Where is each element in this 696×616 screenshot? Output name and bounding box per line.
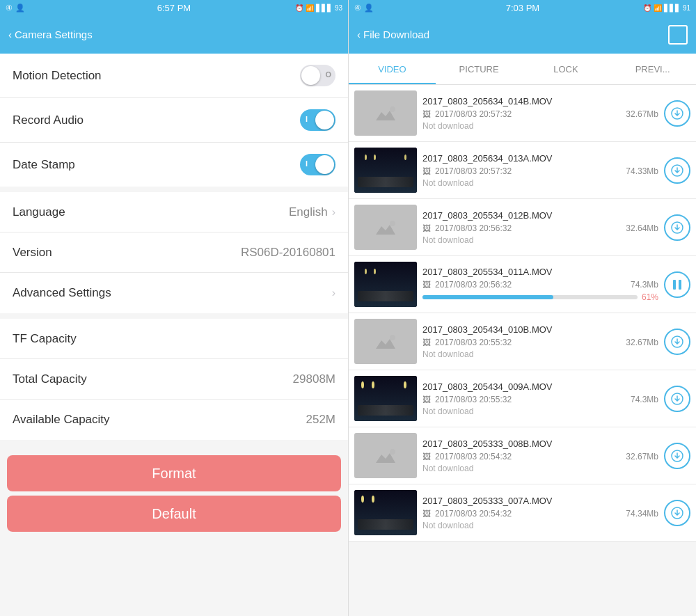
person-icon: 👤 bbox=[15, 3, 25, 13]
progress-row-4: 61% bbox=[422, 292, 658, 302]
wifi-icon-right: 📶 bbox=[654, 4, 662, 12]
motion-detection-row: Motion Detection O bbox=[0, 54, 348, 98]
wifi-icon: 📶 bbox=[306, 4, 314, 12]
file-date-4: 2017/08/03 20:56:32 bbox=[435, 280, 512, 290]
download-button-1[interactable] bbox=[664, 100, 690, 127]
file-size-3: 32.64Mb bbox=[626, 223, 658, 233]
list-item: 2017_0803_205634_014B.MOV 🖼 2017/08/03 2… bbox=[349, 85, 696, 142]
file-thumbnail-1 bbox=[354, 90, 417, 136]
camera-icon-2: 🖼 bbox=[422, 166, 431, 176]
date-stamp-toggle[interactable]: I bbox=[300, 154, 335, 175]
signal-icon-right: ▋▋▋ bbox=[664, 4, 681, 12]
battery-label-right: 91 bbox=[683, 4, 690, 12]
file-date-5: 2017/08/03 20:55:32 bbox=[435, 338, 512, 347]
file-size-5: 32.67Mb bbox=[626, 338, 658, 347]
available-capacity-label: Available Capacity bbox=[13, 413, 110, 427]
status-right-icons-left: ⏰ 📶 ▋▋▋ 93 bbox=[295, 4, 342, 12]
camera-icon-7: 🖼 bbox=[422, 452, 431, 461]
download-button-7[interactable] bbox=[664, 443, 690, 469]
file-date-6: 2017/08/03 20:55:32 bbox=[435, 395, 512, 404]
camera-settings-panel: ④ 👤 6:57 PM ⏰ 📶 ▋▋▋ 93 ‹ Camera Settings… bbox=[0, 0, 348, 616]
list-item: 2017_0803_205434_010B.MOV 🖼 2017/08/03 2… bbox=[349, 313, 696, 370]
file-date-2: 2017/08/03 20:57:32 bbox=[435, 166, 512, 176]
file-meta-5: 🖼 2017/08/03 20:55:32 32.67Mb bbox=[422, 338, 658, 347]
format-button[interactable]: Format bbox=[7, 455, 341, 491]
available-capacity-value: 252M bbox=[306, 413, 335, 427]
file-meta-3: 🖼 2017/08/03 20:56:32 32.64Mb bbox=[422, 223, 658, 233]
download-button-8[interactable] bbox=[664, 500, 690, 526]
file-meta-7: 🖼 2017/08/03 20:54:32 32.67Mb bbox=[422, 452, 658, 461]
list-item: 2017_0803_205534_012B.MOV 🖼 2017/08/03 2… bbox=[349, 199, 696, 256]
toggle-label-date: I bbox=[306, 159, 308, 168]
file-status-1: Not download bbox=[422, 121, 658, 131]
record-audio-toggle[interactable]: I bbox=[300, 109, 335, 131]
svg-point-13 bbox=[390, 335, 395, 340]
back-button-left[interactable]: ‹ Camera Settings bbox=[8, 29, 93, 40]
download-button-3[interactable] bbox=[664, 214, 690, 241]
svg-point-2 bbox=[390, 106, 395, 112]
advanced-settings-value: › bbox=[332, 287, 335, 299]
list-item: 2017_0803_205333_008B.MOV 🖼 2017/08/03 2… bbox=[349, 427, 696, 484]
signal-icon: ▋▋▋ bbox=[316, 4, 333, 12]
file-list: 2017_0803_205634_014B.MOV 🖼 2017/08/03 2… bbox=[349, 85, 696, 616]
list-item: 2017_0803_205634_013A.MOV 🖼 2017/08/03 2… bbox=[349, 142, 696, 199]
file-thumbnail-4 bbox=[354, 262, 417, 307]
nav-title-left: Camera Settings bbox=[15, 29, 93, 40]
advanced-settings-row[interactable]: Advanced Settings › bbox=[0, 273, 348, 313]
file-size-8: 74.34Mb bbox=[626, 509, 658, 519]
toggle-knob-motion bbox=[301, 66, 320, 85]
camera-icon-4: 🖼 bbox=[422, 280, 431, 290]
file-name-4: 2017_0803_205534_011A.MOV bbox=[422, 267, 658, 277]
svg-point-7 bbox=[390, 221, 395, 226]
tab-preview-label: PREVI... bbox=[635, 64, 670, 74]
tab-lock[interactable]: LOCK bbox=[523, 54, 610, 84]
file-status-3: Not download bbox=[422, 235, 658, 245]
file-meta-4: 🖼 2017/08/03 20:56:32 74.3Mb bbox=[422, 280, 658, 290]
svg-point-18 bbox=[390, 449, 395, 455]
version-label: Version bbox=[13, 246, 52, 260]
select-all-icon[interactable] bbox=[668, 25, 688, 45]
camera-icon-6: 🖼 bbox=[422, 395, 431, 404]
camera-icon-5: 🖼 bbox=[422, 338, 431, 347]
file-meta-8: 🖼 2017/08/03 20:54:32 74.34Mb bbox=[422, 509, 658, 519]
default-button[interactable]: Default bbox=[7, 496, 341, 532]
file-status-8: Not download bbox=[422, 521, 658, 530]
available-capacity-row: Available Capacity 252M bbox=[0, 400, 348, 440]
download-button-6[interactable] bbox=[664, 386, 690, 412]
info-settings-section: Language English › Version RS06D-2016080… bbox=[0, 192, 348, 313]
advanced-settings-chevron: › bbox=[332, 287, 335, 299]
camera-icon-3: 🖼 bbox=[422, 223, 431, 233]
record-audio-row: Record Audio I bbox=[0, 98, 348, 143]
language-label: Language bbox=[13, 205, 65, 219]
language-row[interactable]: Language English › bbox=[0, 192, 348, 232]
tab-preview[interactable]: PREVI... bbox=[609, 54, 696, 84]
language-value: English › bbox=[289, 205, 335, 219]
total-capacity-value: 29808M bbox=[293, 372, 335, 386]
progress-bar-bg-4 bbox=[422, 295, 638, 299]
toggle-knob-audio bbox=[315, 111, 334, 129]
file-info-5: 2017_0803_205434_010B.MOV 🖼 2017/08/03 2… bbox=[422, 324, 658, 359]
back-button-right[interactable]: ‹ File Download bbox=[357, 29, 429, 40]
tf-capacity-label: TF Capacity bbox=[13, 332, 77, 346]
battery-label-left: 93 bbox=[335, 4, 342, 12]
file-size-4: 74.3Mb bbox=[631, 280, 658, 290]
status-bar-right: ④ 👤 7:03 PM ⏰ 📶 ▋▋▋ 91 bbox=[349, 0, 696, 15]
file-status-7: Not download bbox=[422, 464, 658, 473]
file-thumbnail-7 bbox=[354, 433, 417, 478]
capacity-section: TF Capacity Total Capacity 29808M Availa… bbox=[0, 319, 348, 440]
file-thumbnail-6 bbox=[354, 376, 417, 421]
file-name-1: 2017_0803_205634_014B.MOV bbox=[422, 96, 658, 106]
nav-bar-file-download: ‹ File Download bbox=[349, 15, 696, 54]
file-thumbnail-2 bbox=[354, 148, 417, 193]
pause-button-4[interactable] bbox=[664, 271, 690, 298]
tab-picture[interactable]: PICTURE bbox=[436, 54, 523, 84]
download-button-5[interactable] bbox=[664, 329, 690, 355]
nav-title-right: File Download bbox=[363, 29, 429, 40]
file-size-7: 32.67Mb bbox=[626, 452, 658, 461]
tab-video[interactable]: VIDEO bbox=[349, 54, 436, 84]
file-meta-2: 🖼 2017/08/03 20:57:32 74.33Mb bbox=[422, 166, 658, 176]
language-text: English bbox=[289, 205, 328, 219]
list-item: 2017_0803_205333_007A.MOV 🖼 2017/08/03 2… bbox=[349, 484, 696, 542]
download-button-2[interactable] bbox=[664, 157, 690, 184]
motion-detection-toggle[interactable]: O bbox=[300, 65, 335, 86]
